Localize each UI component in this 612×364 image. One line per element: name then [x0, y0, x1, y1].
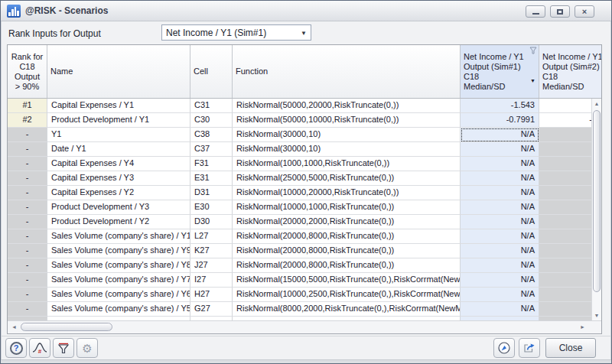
sim1-value-cell[interactable]: -0.7991: [461, 113, 539, 128]
cell-ref-cell[interactable]: D30: [190, 215, 233, 229]
cell-ref-cell[interactable]: C37: [190, 142, 233, 157]
cell-ref-cell[interactable]: J27: [190, 258, 233, 273]
sim1-value-cell[interactable]: N/A: [461, 186, 539, 200]
rank-cell[interactable]: -: [8, 258, 47, 273]
column-filter-icon[interactable]: [529, 47, 537, 54]
sim1-value-cell[interactable]: N/A: [461, 273, 539, 288]
rank-cell[interactable]: -: [8, 302, 47, 317]
vertical-scrollbar[interactable]: ▲ ▼: [591, 99, 601, 320]
header-sim1[interactable]: Net Income / Y1 Output (Sim#1) C18 Media…: [461, 45, 539, 98]
sim1-value-cell[interactable]: N/A: [461, 128, 539, 142]
table-row[interactable]: - Sales Volume (company's share) / Y7 I2…: [8, 273, 601, 288]
function-cell[interactable]: RiskNormal(10000,1000,RiskTruncate(0,)): [233, 200, 461, 215]
name-cell[interactable]: Product Development / Y2: [47, 215, 190, 229]
sort-dropdown-icon[interactable]: ▼: [530, 76, 536, 86]
sim1-value-cell[interactable]: N/A: [461, 171, 539, 186]
name-cell[interactable]: Capital Expenses / Y4: [47, 157, 190, 171]
vertical-scroll-thumb[interactable]: [593, 110, 601, 292]
scroll-down-icon[interactable]: ▼: [592, 310, 601, 320]
maximize-button[interactable]: [550, 5, 570, 18]
function-cell[interactable]: RiskNormal(1000,1000,RiskTruncate(0,)): [233, 157, 461, 171]
table-row[interactable]: - Product Development / Y3 E30 RiskNorma…: [8, 200, 601, 215]
cell-ref-cell[interactable]: H27: [190, 288, 233, 302]
rank-cell[interactable]: -: [8, 244, 47, 258]
sim1-value-cell[interactable]: N/A: [461, 229, 539, 244]
cell-ref-cell[interactable]: C30: [190, 113, 233, 128]
name-cell[interactable]: Sales Volume (company's share) / Y10: [47, 229, 190, 244]
function-cell[interactable]: RiskNormal(20000,8000,RiskTruncate(0,)): [233, 244, 461, 258]
filter-button[interactable]: [53, 338, 74, 358]
scroll-left-icon[interactable]: ◄: [9, 321, 19, 333]
name-cell[interactable]: Sales Volume (company's share) / Y6: [47, 288, 190, 302]
table-row[interactable]: - Sales Volume (company's share) / Y9 K2…: [8, 244, 601, 258]
table-row[interactable]: - Product Development / Y2 D30 RiskNorma…: [8, 215, 601, 229]
distribution-button[interactable]: #: [29, 338, 50, 358]
compass-button[interactable]: [493, 338, 515, 358]
horizontal-scrollbar[interactable]: ◄ ►: [8, 320, 601, 333]
rank-cell[interactable]: -: [8, 200, 47, 215]
scroll-up-icon[interactable]: ▲: [592, 99, 601, 109]
table-row[interactable]: - Sales Volume (company's share) / Y6 H2…: [8, 288, 601, 302]
cell-ref-cell[interactable]: I27: [190, 273, 233, 288]
name-cell[interactable]: Product Development / Y3: [47, 200, 190, 215]
function-cell[interactable]: RiskNormal(50000,10000,RiskTruncate(0,)): [233, 113, 461, 128]
table-row[interactable]: - Date / Y1 C37 RiskNormal(30000,10) N/A: [8, 142, 601, 157]
sim1-value-cell[interactable]: N/A: [461, 258, 539, 273]
header-rank[interactable]: Rank for C18 Output > 90%: [8, 45, 47, 98]
rank-cell[interactable]: -: [8, 171, 47, 186]
header-cell[interactable]: Cell: [190, 45, 233, 98]
rank-cell[interactable]: -: [8, 157, 47, 171]
name-cell[interactable]: Product Development / Y1: [47, 113, 190, 128]
function-cell[interactable]: RiskNormal(30000,10): [233, 142, 461, 157]
function-cell[interactable]: RiskNormal(25000,5000,RiskTruncate(0,)): [233, 171, 461, 186]
table-row[interactable]: #1 Capital Expenses / Y1 C31 RiskNormal(…: [8, 99, 601, 113]
cell-ref-cell[interactable]: D31: [190, 186, 233, 200]
horizontal-scroll-thumb[interactable]: [21, 323, 112, 331]
name-cell[interactable]: Capital Expenses / Y2: [47, 186, 190, 200]
function-cell[interactable]: RiskNormal(20000,8000,RiskTruncate(0,)): [233, 258, 461, 273]
name-cell[interactable]: Date / Y1: [47, 142, 190, 157]
export-button[interactable]: [519, 338, 540, 358]
cell-ref-cell[interactable]: C38: [190, 128, 233, 142]
titlebar[interactable]: @RISK - Scenarios ×: [1, 1, 611, 21]
name-cell[interactable]: Capital Expenses / Y1: [47, 99, 190, 113]
name-cell[interactable]: Sales Volume (company's share) / Y7: [47, 273, 190, 288]
cell-ref-cell[interactable]: C31: [190, 99, 233, 113]
sim1-value-cell[interactable]: N/A: [461, 157, 539, 171]
cell-ref-cell[interactable]: L27: [190, 229, 233, 244]
rank-cell[interactable]: #1: [8, 99, 47, 113]
rank-cell[interactable]: -: [8, 142, 47, 157]
cell-ref-cell[interactable]: G27: [190, 302, 233, 317]
sim1-value-cell[interactable]: N/A: [461, 302, 539, 317]
name-cell[interactable]: Sales Volume (company's share) / Y9: [47, 244, 190, 258]
header-function[interactable]: Function: [233, 45, 461, 98]
cell-ref-cell[interactable]: F31: [190, 157, 233, 171]
function-cell[interactable]: RiskNormal(10000,2500,RiskTruncate(0,),R…: [233, 288, 461, 302]
sim1-value-cell[interactable]: N/A: [461, 215, 539, 229]
rank-cell[interactable]: -: [8, 128, 47, 142]
rank-cell[interactable]: -: [8, 215, 47, 229]
table-row[interactable]: - Sales Volume (company's share) / Y5 G2…: [8, 302, 601, 317]
cell-ref-cell[interactable]: K27: [190, 244, 233, 258]
table-row[interactable]: #2 Product Development / Y1 C30 RiskNorm…: [8, 113, 601, 128]
output-dropdown[interactable]: Net Income / Y1 (Sim#1) ▼: [161, 24, 311, 41]
cell-ref-cell[interactable]: E31: [190, 171, 233, 186]
name-cell[interactable]: Sales Volume (company's share) / Y5: [47, 302, 190, 317]
sim1-value-cell[interactable]: -1.543: [461, 99, 539, 113]
function-cell[interactable]: RiskNormal(50000,20000,RiskTruncate(0,)): [233, 99, 461, 113]
table-row[interactable]: - Capital Expenses / Y2 D31 RiskNormal(1…: [8, 186, 601, 200]
table-row[interactable]: - Capital Expenses / Y4 F31 RiskNormal(1…: [8, 157, 601, 171]
name-cell[interactable]: Y1: [47, 128, 190, 142]
cell-ref-cell[interactable]: E30: [190, 200, 233, 215]
name-cell[interactable]: Capital Expenses / Y3: [47, 171, 190, 186]
scroll-right-icon[interactable]: ►: [578, 321, 588, 333]
function-cell[interactable]: RiskNormal(20000,8000,RiskTruncate(0,)): [233, 229, 461, 244]
table-row[interactable]: - Sales Volume (company's share) / Y8 J2…: [8, 258, 601, 273]
table-row[interactable]: - Capital Expenses / Y3 E31 RiskNormal(2…: [8, 171, 601, 186]
function-cell[interactable]: RiskNormal(10000,20000,RiskTruncate(0,)): [233, 186, 461, 200]
header-sim2[interactable]: Net Income / Y1 Output (Sim#2) C18 Media…: [539, 45, 602, 98]
sim1-value-cell[interactable]: N/A: [461, 142, 539, 157]
sim1-value-cell[interactable]: N/A: [461, 288, 539, 302]
minimize-button[interactable]: [526, 5, 545, 18]
rank-cell[interactable]: #2: [8, 113, 47, 128]
